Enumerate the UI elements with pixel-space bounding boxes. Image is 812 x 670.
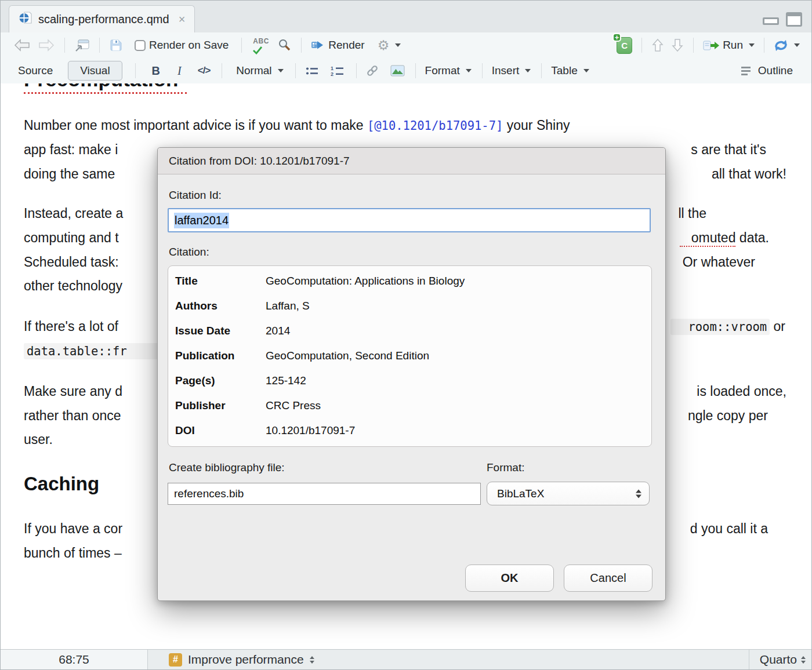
format-select-value: BibLaTeX xyxy=(497,487,544,500)
bold-button[interactable]: B xyxy=(148,62,164,80)
run-button[interactable]: Run xyxy=(699,37,758,54)
citation-inline-code[interactable]: [@10.1201/b17091-7] xyxy=(367,119,503,133)
doc-line: rather than once xyxy=(24,408,121,424)
citation-field-row: DOI10.1201/b17091-7 xyxy=(175,424,651,449)
citation-field-row: Issue Date2014 xyxy=(175,325,651,349)
ok-button[interactable]: OK xyxy=(465,565,554,592)
outline-toggle-button[interactable]: Outline xyxy=(738,62,796,79)
run-previous-chunks-button[interactable] xyxy=(648,35,668,55)
citation-field-row: AuthorsLaffan, S xyxy=(175,300,651,325)
maximize-icon[interactable] xyxy=(786,12,802,27)
back-button[interactable] xyxy=(10,37,34,54)
doc-line: Scheduled task: xyxy=(24,254,122,270)
cursor-position[interactable]: 68:75 xyxy=(1,650,148,669)
cancel-button[interactable]: Cancel xyxy=(564,565,652,592)
doc-line: Number one most important advice is if y… xyxy=(24,118,570,133)
paragraph-style-dropdown[interactable]: Normal xyxy=(233,62,287,79)
numbered-list-button[interactable]: 1 2 xyxy=(327,63,348,79)
separator xyxy=(301,38,302,53)
insert-chunk-button[interactable]: C + xyxy=(613,35,636,56)
bibliography-file-input[interactable] xyxy=(168,483,481,505)
render-on-save-checkbox[interactable]: Render on Save xyxy=(131,37,232,54)
render-options-button[interactable]: ⚙ xyxy=(374,37,405,54)
italic-button[interactable]: I xyxy=(174,62,185,80)
bullet-list-icon xyxy=(305,66,319,76)
separator xyxy=(764,38,764,53)
separator xyxy=(222,63,222,78)
table-menu[interactable]: Table xyxy=(548,62,592,79)
chevron-down-icon xyxy=(466,69,472,72)
dialog-title-bar[interactable]: Citation from DOI: 10.1201/b17091-7 xyxy=(158,148,665,174)
insert-link-button[interactable] xyxy=(362,62,382,79)
gear-icon: ⚙ xyxy=(378,39,390,52)
doc-line: Or whatever xyxy=(683,254,755,270)
forward-button[interactable] xyxy=(34,37,59,54)
popout-window-icon xyxy=(74,39,90,52)
doc-line: room::vroom or xyxy=(670,319,785,334)
doc-line: d you call it a xyxy=(690,521,768,537)
visual-mode-button[interactable]: Visual xyxy=(68,61,122,81)
find-button[interactable] xyxy=(274,36,295,54)
render-button[interactable]: Render xyxy=(307,37,368,54)
save-button[interactable] xyxy=(106,36,126,54)
render-on-save-label: Render on Save xyxy=(149,39,229,52)
code-format-button[interactable]: </> xyxy=(194,63,214,79)
main-toolbar: Render on Save ABC Render xyxy=(1,32,811,59)
doc-line: data.table::fr xyxy=(24,343,168,359)
citation-field-row: PublicationGeoComputation, Second Editio… xyxy=(175,349,651,374)
doc-line: is loaded once, xyxy=(697,384,786,399)
insert-image-button[interactable] xyxy=(387,63,408,79)
section-name: Improve performance xyxy=(188,653,304,667)
doc-line: user. xyxy=(24,432,53,447)
separator xyxy=(241,38,242,53)
render-icon xyxy=(311,40,325,50)
citation-dialog: Citation from DOI: 10.1201/b17091-7 Cita… xyxy=(157,147,666,601)
toolbar-right-group: C + Run xyxy=(613,35,811,56)
separator xyxy=(641,38,642,53)
back-arrow-icon xyxy=(13,39,31,52)
outline-icon xyxy=(741,67,751,75)
insert-menu[interactable]: Insert xyxy=(488,62,535,79)
inline-code: data.table::fr xyxy=(24,343,168,359)
search-icon xyxy=(278,38,292,52)
rstudio-window: scaling-performance.qmd × xyxy=(0,0,812,670)
checkbox-icon[interactable] xyxy=(135,40,146,51)
select-arrows-icon xyxy=(636,489,641,498)
source-document-button[interactable] xyxy=(770,37,803,54)
doc-line: all that work! xyxy=(712,166,786,182)
editor-tab[interactable]: scaling-performance.qmd × xyxy=(9,5,195,32)
document-mode-selector[interactable]: Quarto xyxy=(749,650,811,669)
spellcheck-button[interactable]: ABC xyxy=(248,35,274,56)
section-navigator[interactable]: # Improve performance xyxy=(169,650,314,669)
open-in-new-window-button[interactable] xyxy=(71,37,93,54)
heading-hash-icon: # xyxy=(169,653,182,667)
separator xyxy=(64,38,65,53)
svg-text:1: 1 xyxy=(331,65,334,71)
doc-line: Instead, create a xyxy=(24,206,123,221)
doc-line: other technology xyxy=(24,278,122,294)
separator xyxy=(541,63,542,78)
citation-id-input[interactable]: laffan2014 xyxy=(168,208,651,232)
render-label: Render xyxy=(328,39,364,52)
chevron-down-icon xyxy=(749,43,755,47)
status-bar: 68:75 # Improve performance Quarto xyxy=(1,649,811,669)
code-chunk-icon: C + xyxy=(617,37,632,54)
chevron-down-icon xyxy=(525,69,531,72)
citation-details-panel: TitleGeoComputation: Applications in Bio… xyxy=(168,265,652,447)
quarto-file-icon xyxy=(19,11,32,27)
format-select[interactable]: BibLaTeX xyxy=(487,482,650,505)
window-controls xyxy=(763,12,802,27)
format-menu[interactable]: Format xyxy=(422,62,475,79)
citation-id-label: Citation Id: xyxy=(169,189,222,202)
run-icon xyxy=(703,40,719,51)
minimize-icon[interactable] xyxy=(763,17,779,25)
bullet-list-button[interactable] xyxy=(302,64,322,78)
doc-line: If there's a lot of xyxy=(24,319,118,334)
source-mode-button[interactable]: Source xyxy=(18,64,53,77)
doc-line: If you have a cor xyxy=(24,521,122,537)
image-icon xyxy=(390,65,405,77)
tab-close-icon[interactable]: × xyxy=(179,13,186,26)
run-next-chunk-button[interactable] xyxy=(668,35,687,55)
format-label: Format: xyxy=(487,461,524,474)
separator xyxy=(135,63,136,78)
